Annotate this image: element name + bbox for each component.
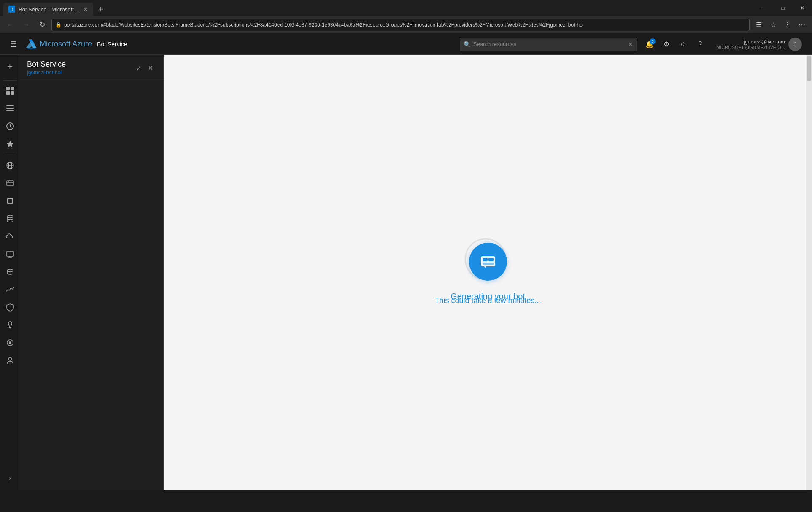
- svg-rect-5: [6, 108, 14, 109]
- azure-portal: ☰ Microsoft Azure Bot Service 🔍 ✕: [0, 34, 812, 490]
- cloud-icon: [6, 232, 14, 241]
- shield-icon: [6, 303, 14, 312]
- sidebar-item-all-services[interactable]: [2, 100, 19, 117]
- search-box[interactable]: 🔍 ✕: [460, 38, 637, 51]
- app-services-icon: [6, 197, 14, 205]
- sidebar-item-advisor[interactable]: [2, 317, 19, 333]
- tab-bar: B Bot Service - Microsoft ... ✕ + — □ ✕: [0, 0, 812, 16]
- sidebar-item-favorites[interactable]: [2, 135, 19, 152]
- svg-point-24: [7, 269, 13, 272]
- maximize-button[interactable]: □: [773, 0, 793, 16]
- azure-logo: Microsoft Azure: [25, 38, 92, 50]
- settings-button[interactable]: ⚙: [659, 37, 674, 52]
- browser-chrome: B Bot Service - Microsoft ... ✕ + — □ ✕ …: [0, 0, 812, 34]
- sidebar: +: [0, 55, 20, 490]
- tab-favicon: B: [8, 6, 15, 13]
- vm-icon: [6, 250, 14, 258]
- sidebar-item-vm[interactable]: [2, 246, 19, 263]
- svg-point-19: [7, 215, 13, 218]
- svg-point-28: [9, 341, 11, 344]
- reader-mode-button[interactable]: ☰: [752, 18, 766, 32]
- new-tab-button[interactable]: +: [95, 3, 107, 16]
- dashboard-icon: [6, 87, 14, 95]
- hamburger-button[interactable]: ☰: [7, 38, 20, 51]
- forward-button[interactable]: →: [19, 18, 33, 32]
- user-area[interactable]: jgomezl@live.com MICROSOFT (JGOMEZLIVE.O…: [713, 36, 805, 53]
- svg-rect-6: [6, 110, 14, 111]
- sidebar-item-storage[interactable]: [2, 263, 19, 280]
- sidebar-item-identity[interactable]: [2, 352, 19, 369]
- top-nav-actions: 🔔 3 ⚙ ☺ ?: [642, 37, 708, 52]
- refresh-button[interactable]: ↻: [35, 18, 49, 32]
- svg-rect-1: [11, 87, 14, 90]
- loading-title: Generating your bot This could take a fe…: [434, 292, 541, 305]
- scrollbar-track[interactable]: [806, 55, 812, 490]
- address-bar-row: ← → ↻ 🔒 portal.azure.com/#blade/Websites…: [0, 16, 812, 34]
- feedback-button[interactable]: ☺: [676, 37, 691, 52]
- svg-marker-10: [6, 141, 13, 148]
- panel-close-button[interactable]: ✕: [145, 62, 156, 74]
- lightbulb-icon: [6, 321, 14, 329]
- address-bar[interactable]: 🔒 portal.azure.com/#blade/WebsitesExtens…: [51, 19, 750, 31]
- sidebar-item-recent[interactable]: [2, 118, 19, 135]
- minimize-button[interactable]: —: [754, 0, 773, 16]
- svg-rect-18: [8, 199, 12, 203]
- close-button[interactable]: ✕: [793, 0, 812, 16]
- search-input[interactable]: [473, 41, 626, 47]
- sidebar-item-sql[interactable]: [2, 210, 19, 227]
- sql-icon: [6, 214, 14, 223]
- url-text: portal.azure.com/#blade/WebsitesExtensio…: [64, 22, 746, 28]
- monitor-icon: [6, 285, 14, 294]
- top-nav: ☰ Microsoft Azure Bot Service 🔍 ✕: [0, 34, 812, 55]
- help-button[interactable]: ?: [693, 37, 708, 52]
- tab-close-button[interactable]: ✕: [83, 6, 88, 13]
- sidebar-item-security[interactable]: [2, 299, 19, 316]
- sidebar-item-app-services[interactable]: [2, 192, 19, 209]
- user-name: jgomezl@live.com: [716, 39, 785, 45]
- bookmark-button[interactable]: ☆: [766, 18, 780, 32]
- browser-toolbar: ☰ ☆ ⋮ ⋯: [752, 18, 809, 32]
- person-icon: [6, 356, 14, 365]
- svg-rect-0: [6, 87, 10, 90]
- portal-title: Bot Service: [97, 41, 127, 48]
- user-avatar: J: [788, 38, 802, 51]
- main-content: Generating your bot This could take a fe…: [164, 55, 812, 490]
- star-icon: [6, 140, 14, 148]
- browser-tab-active[interactable]: B Bot Service - Microsoft ... ✕: [3, 3, 93, 16]
- svg-line-9: [10, 126, 12, 127]
- svg-rect-20: [7, 251, 13, 256]
- loading-spinner-area: [467, 240, 510, 283]
- window-controls: — □ ✕: [754, 0, 812, 16]
- user-org: MICROSOFT (JGOMEZLIVE.O...: [716, 45, 785, 50]
- svg-rect-32: [481, 256, 495, 266]
- back-button[interactable]: ←: [3, 18, 17, 32]
- sidebar-item-dashboard[interactable]: [2, 82, 19, 99]
- settings-button[interactable]: ⋯: [795, 18, 809, 32]
- panel-expand-button[interactable]: ⤢: [133, 62, 145, 74]
- all-services-icon: [6, 104, 14, 113]
- lock-icon: 🔒: [55, 22, 62, 28]
- user-info: jgomezl@live.com MICROSOFT (JGOMEZLIVE.O…: [716, 39, 785, 50]
- sidebar-divider-1: [4, 80, 16, 81]
- extensions-button[interactable]: ⋮: [781, 18, 794, 32]
- notification-badge: 3: [650, 38, 656, 44]
- bot-icon-svg: [478, 252, 498, 271]
- sidebar-item-resources[interactable]: [2, 157, 19, 174]
- azure-logo-svg: [25, 38, 37, 50]
- panel-subtitle: jgomezl-bot-hol: [27, 70, 133, 76]
- svg-rect-3: [11, 91, 14, 95]
- search-clear-button[interactable]: ✕: [628, 41, 633, 48]
- sidebar-item-cloud[interactable]: [2, 228, 19, 245]
- scrollbar-thumb[interactable]: [807, 56, 811, 81]
- sidebar-add-button[interactable]: +: [2, 58, 19, 75]
- sidebar-item-monitor[interactable]: [2, 281, 19, 298]
- storage-icon: [6, 268, 14, 276]
- main-area: +: [0, 55, 812, 490]
- svg-rect-34: [488, 258, 494, 261]
- sidebar-item-devops[interactable]: [2, 334, 19, 351]
- notifications-button[interactable]: 🔔 3: [642, 37, 657, 52]
- sidebar-more-button[interactable]: ›: [2, 470, 19, 487]
- tab-title: Bot Service - Microsoft ...: [19, 6, 80, 13]
- recent-icon: [6, 122, 14, 130]
- sidebar-item-resource-groups[interactable]: [2, 175, 19, 192]
